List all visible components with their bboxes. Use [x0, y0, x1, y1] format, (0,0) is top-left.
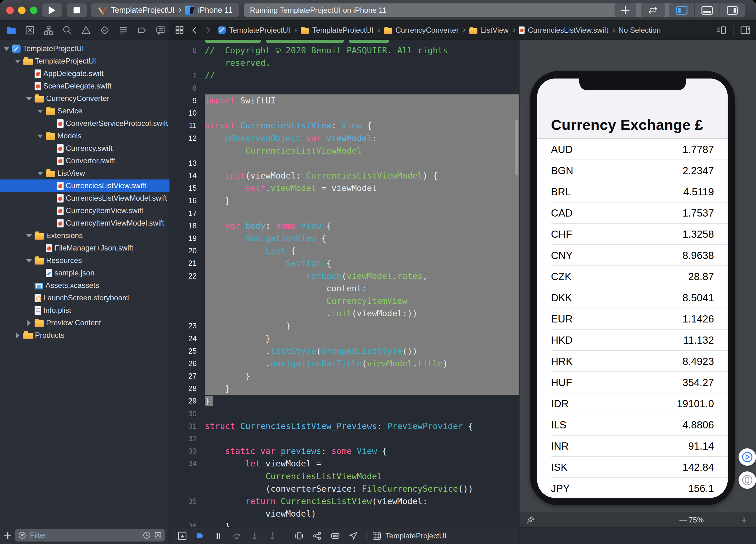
- currency-row[interactable]: CAD1.7537: [537, 203, 728, 224]
- code-text[interactable]: static var previews: some View {: [205, 445, 519, 457]
- code-text[interactable]: Section {: [205, 257, 519, 270]
- currency-row[interactable]: ILS4.8806: [537, 414, 728, 436]
- code-text[interactable]: CurrenciesListViewModel: [205, 145, 519, 157]
- zoom-out-button[interactable]: —: [679, 516, 687, 524]
- currency-row[interactable]: DKK8.5041: [537, 287, 728, 308]
- add-editor-button[interactable]: [740, 25, 751, 35]
- code-text[interactable]: init(viewModel: CurrenciesListViewModel)…: [205, 169, 519, 182]
- disclosure-open-icon[interactable]: [36, 132, 44, 140]
- code-text[interactable]: [205, 432, 519, 445]
- tree-item[interactable]: Info.plist: [0, 304, 170, 317]
- code-text[interactable]: [205, 157, 519, 169]
- toggle-navigator-button[interactable]: [669, 3, 694, 17]
- debug-memory-graph-button[interactable]: [309, 529, 325, 543]
- disclosure-closed-icon[interactable]: [25, 319, 32, 327]
- tree-item[interactable]: Resources: [0, 254, 170, 267]
- code-text[interactable]: @ObservedObject var viewModel:: [205, 132, 519, 145]
- adjust-editor-options-button[interactable]: [716, 25, 727, 35]
- currency-row[interactable]: EUR1.1426: [537, 308, 728, 330]
- tree-item[interactable]: Assets.xcassets: [0, 279, 170, 292]
- code-text[interactable]: [205, 40, 519, 44]
- code-text[interactable]: [205, 207, 519, 220]
- code-text[interactable]: }: [205, 370, 519, 382]
- breakpoints-toggle-button[interactable]: [192, 529, 208, 543]
- disclosure-open-icon[interactable]: [25, 95, 32, 102]
- pin-preview-icon[interactable]: [526, 515, 535, 525]
- run-button[interactable]: [42, 3, 62, 17]
- debug-view-hierarchy-button[interactable]: [291, 529, 307, 543]
- tab-source-control-navigator[interactable]: [22, 23, 38, 38]
- breadcrumb-item[interactable]: CurrencyConverter: [383, 26, 459, 35]
- close-window-button[interactable]: [6, 7, 14, 14]
- toggle-inspectors-button[interactable]: [720, 3, 745, 17]
- step-over-button[interactable]: [228, 529, 245, 543]
- tree-item[interactable]: CurrenciesListView.swift: [0, 179, 170, 192]
- code-text[interactable]: [205, 107, 519, 119]
- disclosure-closed-icon[interactable]: [14, 332, 21, 339]
- code-text[interactable]: .init(viewModel:)): [205, 307, 519, 320]
- code-text[interactable]: List {: [205, 245, 519, 257]
- tree-item[interactable]: ConverterServiceProtocol.swift: [0, 117, 170, 130]
- tree-item[interactable]: Models: [0, 130, 170, 142]
- tree-item[interactable]: LaunchScreen.storyboard: [0, 292, 170, 304]
- code-text[interactable]: }: [205, 395, 519, 407]
- code-text[interactable]: [205, 82, 519, 94]
- simulate-location-button[interactable]: [345, 529, 361, 543]
- scheme-selector[interactable]: TemplateProjectUI iPhone 11: [91, 3, 239, 17]
- step-out-button[interactable]: [265, 529, 281, 543]
- tab-test-navigator[interactable]: [97, 23, 113, 38]
- pause-execution-button[interactable]: [210, 529, 227, 543]
- related-items-button[interactable]: [175, 25, 185, 35]
- currency-row[interactable]: HKD11.132: [537, 330, 728, 351]
- code-text[interactable]: ForEach(viewModel.rates,: [205, 270, 519, 282]
- breadcrumb-item[interactable]: TemplateProjectUI: [218, 26, 290, 35]
- code-text[interactable]: NavigationView {: [205, 232, 519, 245]
- source-control-status-icon[interactable]: [154, 531, 162, 539]
- live-preview-button[interactable]: [739, 448, 756, 466]
- tab-issue-navigator[interactable]: [78, 23, 94, 38]
- tab-breakpoint-navigator[interactable]: [134, 23, 150, 38]
- minimize-window-button[interactable]: [18, 7, 26, 14]
- currency-row[interactable]: JPY156.1: [537, 478, 728, 498]
- code-text[interactable]: self.viewModel = viewModel: [205, 182, 519, 194]
- code-text[interactable]: }: [205, 382, 519, 395]
- currency-row[interactable]: CHF1.3258: [537, 224, 728, 245]
- source-editor[interactable]: 6// Copyright © 2020 Benoit PASQUIER. Al…: [170, 40, 519, 527]
- tree-item[interactable]: TemplateProjectUI: [0, 42, 170, 55]
- code-text[interactable]: viewModel): [205, 508, 519, 520]
- editor-scrollbar[interactable]: [515, 119, 518, 175]
- disclosure-open-icon[interactable]: [14, 57, 21, 65]
- disclosure-open-icon[interactable]: [25, 232, 32, 239]
- tree-item[interactable]: CurrencyItemViewModel.swift: [0, 217, 170, 229]
- add-library-button[interactable]: [615, 3, 636, 17]
- add-file-button[interactable]: [4, 532, 11, 539]
- code-text[interactable]: [205, 408, 519, 420]
- code-text[interactable]: CurrencyItemView: [205, 295, 519, 307]
- tab-debug-navigator[interactable]: [115, 23, 132, 38]
- stop-button[interactable]: [67, 3, 87, 17]
- toggle-debug-area-button[interactable]: [694, 3, 720, 17]
- go-forward-button[interactable]: [204, 26, 212, 35]
- code-text[interactable]: struct CurrenciesListView: View {: [205, 119, 519, 132]
- zoom-in-button[interactable]: +: [741, 514, 747, 526]
- code-text[interactable]: CurrenciesListViewModel: [205, 470, 519, 483]
- step-into-button[interactable]: [246, 529, 263, 543]
- tree-item[interactable]: ListView: [0, 167, 170, 179]
- tree-item[interactable]: Currency.swift: [0, 142, 170, 155]
- currency-row[interactable]: INR91.14: [537, 436, 728, 457]
- preview-on-device-button[interactable]: [739, 471, 756, 489]
- tree-item[interactable]: Service: [0, 105, 170, 117]
- tree-item[interactable]: Extensions: [0, 229, 170, 242]
- currency-row[interactable]: ISK142.84: [537, 457, 728, 478]
- breadcrumb-item[interactable]: No Selection: [618, 26, 661, 35]
- currency-row[interactable]: HRK8.4923: [537, 351, 728, 372]
- tab-project-navigator[interactable]: [3, 23, 19, 38]
- code-text[interactable]: let viewModel =: [205, 457, 519, 470]
- code-text[interactable]: struct CurrenciesListView_Previews: Prev…: [205, 420, 519, 432]
- code-review-button[interactable]: [641, 3, 665, 17]
- code-text[interactable]: content:: [205, 282, 519, 295]
- tree-item[interactable]: TemplateProjectUI: [0, 55, 170, 67]
- disclosure-open-icon[interactable]: [25, 257, 32, 264]
- code-text[interactable]: //: [205, 69, 519, 82]
- currency-row[interactable]: HUF354.27: [537, 372, 728, 393]
